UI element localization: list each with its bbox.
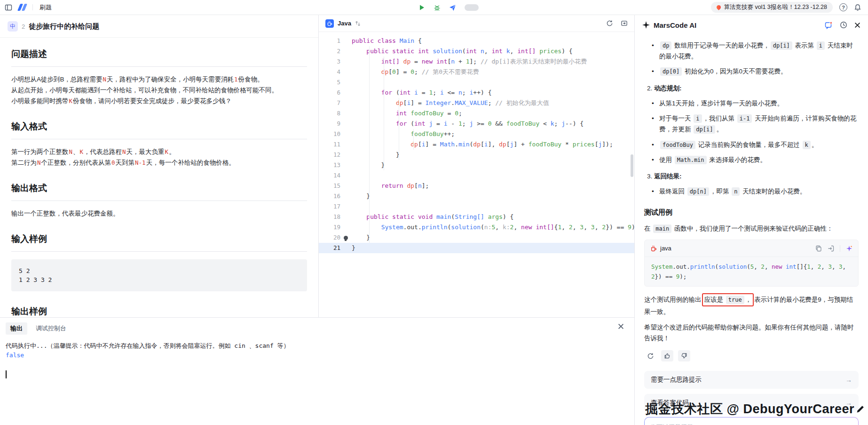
code-line[interactable]: 1public class Main {: [319, 36, 634, 46]
code-editor-panel: Java: [319, 15, 634, 317]
line-number: 18: [319, 212, 340, 222]
notification-bell-icon[interactable]: [854, 4, 861, 11]
line-number: 3: [319, 56, 340, 67]
code-line[interactable]: 16 }: [319, 191, 634, 201]
editor-header: Java: [319, 15, 634, 32]
code-line[interactable]: 20 }: [319, 233, 634, 243]
line-number: 4: [319, 67, 340, 77]
thumbs-down-icon[interactable]: [678, 350, 690, 361]
line-number: 16: [319, 191, 340, 201]
ai-chat-input[interactable]: 你可以问我问题: [644, 417, 859, 425]
line-number: 8: [319, 108, 340, 119]
tab-output[interactable]: 输出: [6, 322, 27, 335]
code-card-language: java: [660, 243, 671, 254]
editor-scrollbar[interactable]: [631, 154, 633, 177]
indent-guide: [399, 98, 399, 160]
line-number: 6: [319, 88, 340, 98]
debug-test-button[interactable]: [434, 4, 441, 11]
compare-code-icon[interactable]: [621, 20, 628, 27]
code-line[interactable]: 2 public static int solution(int n, int …: [319, 46, 634, 56]
ai-bullet: 最终返回 dp[n]，即第 n 天结束时的最小花费。: [644, 186, 859, 197]
code-line[interactable]: 6 for (int i = 1; i <= n; i++) {: [319, 88, 634, 98]
ai-bullet: 对于每一天 i，我们从第 i-1 天开始向前遍历，计算购买食物的花费，并更新 d…: [644, 113, 859, 135]
code-area[interactable]: 1public class Main {2 public static int …: [319, 32, 634, 317]
copy-icon[interactable]: [815, 245, 822, 252]
submit-button[interactable]: [449, 4, 456, 11]
help-icon[interactable]: ?: [839, 3, 847, 11]
suggestion-hint-button[interactable]: 需要一点思路提示 →: [644, 371, 859, 389]
problem-index: 2: [22, 23, 25, 30]
run-button[interactable]: [418, 4, 425, 11]
code-line[interactable]: 14: [319, 170, 634, 181]
code-line[interactable]: 15 return dp[n];: [319, 181, 634, 191]
java-icon: [325, 19, 334, 28]
top-bar: 刷题 算法竞技赛 vol1 3报名啦！12.23 -12.28 ?: [0, 0, 868, 15]
annotation-red-box: 应该是 true，: [702, 293, 754, 306]
line-number: 11: [319, 139, 340, 150]
nav-practice[interactable]: 刷题: [39, 3, 52, 12]
ai-bullet: foodToBuy 记录当前购买的食物量，最多不超过 k。: [644, 139, 859, 150]
contest-banner[interactable]: 算法竞技赛 vol1 3报名啦！12.23 -12.28: [711, 2, 833, 13]
code-line[interactable]: 7 dp[i] = Integer.MAX_VALUE; // 初始化为最大值: [319, 98, 634, 108]
console-close-icon[interactable]: [618, 323, 624, 329]
problem-title: 徒步旅行中的补给问题: [29, 22, 99, 31]
code-line[interactable]: 13 }: [319, 160, 634, 170]
code-line[interactable]: 5: [319, 77, 634, 88]
problem-content: 问题描述小明想从A徒步到B，总路程需要N天，路程中为了确保安全，小明每天需要消耗…: [0, 38, 318, 317]
difficulty-badge: 中: [8, 21, 18, 32]
insert-code-icon[interactable]: [828, 245, 834, 252]
code-line[interactable]: 10 foodToBuy++;: [319, 129, 634, 139]
line-number: 20: [319, 233, 340, 243]
line-number: 13: [319, 160, 340, 170]
ai-header: MarsCode AI: [635, 15, 868, 35]
ai-code-snippet: System.out.println(solution(5, 2, new in…: [645, 257, 858, 286]
ai-actions-row: [644, 350, 859, 361]
panel-toggle-icon[interactable]: [5, 4, 12, 11]
code-line[interactable]: 11 dp[i] = Math.min(dp[i], dp[j] + foodT…: [319, 139, 634, 150]
marscode-ai-panel: MarsCode AI dp 数组用于记录每一天的最小花费，dp[i] 表示第 …: [635, 15, 868, 425]
tab-debug-console[interactable]: 调试控制台: [31, 322, 71, 335]
code-line[interactable]: 12 }: [319, 150, 634, 160]
close-icon[interactable]: [854, 22, 860, 28]
console-caret: [6, 370, 7, 378]
app-window: 刷题 算法竞技赛 vol1 3报名啦！12.23 -12.28 ?: [0, 0, 868, 425]
contest-banner-text: 算法竞技赛 vol1 3报名啦！12.23 -12.28: [724, 3, 827, 11]
code-line[interactable]: 4 dp[0] = 0; // 第0天不需要花费: [319, 67, 634, 77]
quickfix-bulb-icon[interactable]: [344, 236, 348, 240]
divider: [32, 4, 33, 10]
code-line[interactable]: 17: [319, 201, 634, 212]
language-switch-icon[interactable]: [355, 21, 361, 26]
indent-guide: [369, 46, 370, 243]
section-heading: 输出样例: [11, 305, 307, 317]
ai-answer-highlight: 这个测试用例的输出应该是 true，表示计算的最小花费是9，与预期结果一致。: [644, 293, 859, 317]
section-heading: 输入样例: [11, 233, 307, 252]
ai-code-card: java: [644, 240, 859, 287]
ai-explain-sparkle-icon[interactable]: [846, 245, 852, 252]
java-cup-icon: [650, 245, 657, 252]
language-tab[interactable]: Java: [338, 20, 351, 27]
reset-code-icon[interactable]: [606, 20, 613, 27]
sample-code-block: 5 21 2 3 3 2: [11, 259, 307, 291]
line-number: 2: [319, 46, 340, 56]
section-paragraphs: 第一行为两个正整数N、K，代表总路程N天，最大负重K。第二行为N个正整数，分别代…: [11, 146, 307, 168]
code-line[interactable]: 9 for (int j = i - 1; j >= 0 && foodToBu…: [319, 119, 634, 129]
ai-bullet: dp[0] 初始化为0，因为第0天不需要花费。: [644, 66, 859, 77]
fire-icon: [716, 4, 722, 10]
thumbs-up-icon[interactable]: [661, 350, 673, 361]
indent-guide: [384, 56, 384, 170]
line-number: 1: [319, 36, 340, 46]
regenerate-icon[interactable]: [644, 350, 656, 361]
code-line[interactable]: 3 int[] dp = new int[n + 1]; // dp[i]表示第…: [319, 56, 634, 67]
history-icon[interactable]: [840, 21, 847, 29]
ai-paragraph: 在 main 函数中，我们使用了一个测试用例来验证代码的正确性：: [644, 223, 859, 234]
output-console: 输出 调试控制台 代码执行中...（温馨提示：代码中不允许存在输入指令，否则将会…: [0, 317, 634, 425]
code-line[interactable]: 21}: [319, 243, 634, 253]
ai-section-heading: 测试用例: [644, 206, 859, 218]
ai-input-placeholder: 你可以问我问题: [650, 422, 852, 425]
new-chat-icon[interactable]: [825, 21, 833, 29]
code-line[interactable]: 8 int foodToBuy = 0;: [319, 108, 634, 119]
loading-pill: [465, 4, 479, 11]
code-line[interactable]: 18 public static void main(String[] args…: [319, 212, 634, 222]
section-heading: 输入格式: [11, 120, 307, 139]
code-line[interactable]: 19 System.out.println(solution(n:5, k:2,…: [319, 222, 634, 233]
